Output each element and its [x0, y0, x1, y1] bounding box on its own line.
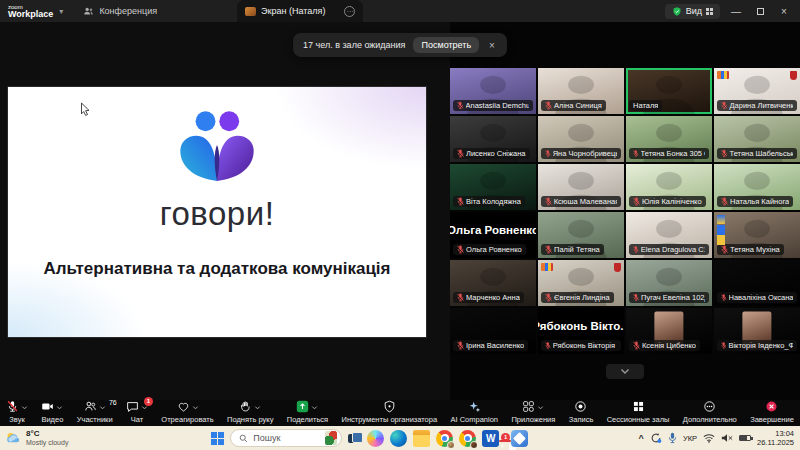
- participant-tile[interactable]: Тетяна Мухіна: [714, 212, 800, 258]
- participant-name-label: Ксенія Цибенко: [629, 340, 700, 351]
- waiting-room-notification: 17 чел. в зале ожидания Посмотреть ×: [293, 33, 507, 57]
- muted-mic-icon: [721, 341, 726, 350]
- toolbar-host-tools-button[interactable]: Инструменты организатора: [342, 401, 438, 424]
- toolbar-audio-button[interactable]: Звук: [6, 401, 28, 424]
- toolbar-share-button[interactable]: Поделиться: [287, 401, 328, 424]
- toolbar-breakout-button[interactable]: Сессионные залы: [607, 401, 670, 424]
- muted-mic-icon: [721, 101, 727, 110]
- search-icon: [239, 434, 248, 443]
- breakout-icon: [632, 399, 645, 417]
- chevron-up-icon[interactable]: [537, 404, 544, 411]
- toolbar-record-button[interactable]: Запись: [569, 401, 594, 424]
- participant-name-label: Євгенія Линдіна: [541, 292, 614, 303]
- participant-tile[interactable]: Наталя: [626, 68, 712, 114]
- participant-name-label: Яна Чорнобривець 3...: [541, 148, 621, 159]
- wifi-icon[interactable]: [703, 433, 715, 443]
- participant-tile[interactable]: Віта Колодяжна: [450, 164, 536, 210]
- chevron-up-icon[interactable]: [192, 404, 199, 411]
- notification-close-icon[interactable]: ×: [487, 40, 497, 51]
- zoom-app-active[interactable]: 1: [503, 436, 507, 440]
- participant-tile[interactable]: Пугач Евеліна 102ДО: [626, 260, 712, 306]
- participant-name-label: Дарина Литвиченко: [717, 100, 797, 111]
- battery-icon[interactable]: [739, 435, 751, 441]
- chevron-up-icon[interactable]: [21, 404, 28, 411]
- hidden-icons-chevron[interactable]: ^: [639, 433, 644, 443]
- chevron-up-icon[interactable]: [311, 404, 318, 411]
- participant-tile[interactable]: Ксенія Цибенко: [626, 308, 712, 354]
- speaker-muted-icon[interactable]: [721, 433, 733, 443]
- participant-tile[interactable]: Марченко Анна: [450, 260, 536, 306]
- toolbar-participants-button[interactable]: 76Участники: [77, 401, 113, 424]
- participant-name: Віта Колодяжна: [466, 197, 521, 206]
- toolbar-video-button[interactable]: Видео: [41, 401, 63, 424]
- participant-tile[interactable]: Anastasiia Demchuk: [450, 68, 536, 114]
- participant-tile[interactable]: Вікторія Іяденко_ФПП...: [714, 308, 800, 354]
- minimize-button[interactable]: —: [728, 6, 744, 17]
- tab-options-icon[interactable]: ⋯: [344, 6, 355, 17]
- zoom-workplace-logo: zoom Workplace: [0, 4, 57, 19]
- muted-mic-icon: [633, 149, 639, 158]
- participant-tile[interactable]: Тетяна Шабельська: [714, 116, 800, 162]
- participant-tile[interactable]: Ксюша Малеваная: [538, 164, 624, 210]
- maximize-button[interactable]: [752, 6, 768, 17]
- workspace-chevron-icon[interactable]: ▾: [59, 7, 63, 16]
- system-tray: ^ УКР 13:04 26.11.2025: [639, 429, 794, 448]
- participant-name-label: Тетяна Бонка 305 СО...: [629, 148, 709, 159]
- sync-icon[interactable]: [650, 432, 662, 444]
- participant-tile[interactable]: Євгенія Линдіна: [538, 260, 624, 306]
- participant-tile[interactable]: Рябоконь Вікто...Рябоконь Вікторія 10...: [538, 308, 624, 354]
- participant-tile[interactable]: Палій Тетяна: [538, 212, 624, 258]
- participant-name-label: Наталья Кайнога: [717, 196, 793, 207]
- toolbar-apps-button[interactable]: Приложения: [511, 401, 555, 424]
- taskbar-weather-widget[interactable]: 8°C Mostly cloudy: [6, 430, 156, 446]
- participant-tile[interactable]: Юлія Калініченко: [626, 164, 712, 210]
- participant-tile[interactable]: Тетяна Бонка 305 СО...: [626, 116, 712, 162]
- taskbar-search[interactable]: Пошук: [230, 429, 342, 447]
- participant-tile[interactable]: Ольга РовненкоОльга Ровненко: [450, 212, 536, 258]
- tab-screen-share[interactable]: Экран (Наталя) ⋯: [237, 0, 363, 22]
- toolbar-raise-hand-button[interactable]: Поднять руку: [227, 401, 273, 424]
- govory-logo-icon: [171, 109, 263, 187]
- participant-tile[interactable]: Ірина Василенко: [450, 308, 536, 354]
- task-view-button[interactable]: [348, 432, 361, 445]
- language-indicator[interactable]: УКР: [683, 434, 697, 443]
- view-waiting-room-button[interactable]: Посмотреть: [413, 37, 479, 53]
- word-app-icon[interactable]: W: [482, 430, 499, 447]
- toolbar-ai-companion-button[interactable]: AI Companion: [451, 401, 499, 424]
- shared-screen-slide: говори! Альтернативна та додаткова комун…: [8, 87, 426, 337]
- toolbar-chat-button[interactable]: 1Чат: [126, 401, 148, 424]
- participant-tile[interactable]: Яна Чорнобривець 3...: [538, 116, 624, 162]
- tab-conference[interactable]: Конференция: [73, 0, 167, 22]
- participant-tile[interactable]: Дарина Литвиченко: [714, 68, 800, 114]
- participant-name: Марченко Анна: [466, 293, 520, 302]
- view-button[interactable]: Вид: [665, 4, 720, 19]
- participant-tile[interactable]: Аліна Синиця: [538, 68, 624, 114]
- tile-emblem-icon: [541, 263, 553, 271]
- chevron-up-icon[interactable]: [56, 404, 63, 411]
- participant-tile[interactable]: Лисенко Сніжана: [450, 116, 536, 162]
- participant-tile[interactable]: Elena Dragulova С10...: [626, 212, 712, 258]
- close-button[interactable]: ×: [776, 6, 792, 17]
- search-placeholder: Пошук: [253, 433, 320, 443]
- edge-app-icon[interactable]: [390, 430, 407, 447]
- toolbar-react-button[interactable]: Отреагировать: [161, 401, 213, 424]
- photos-app-icon[interactable]: [511, 430, 528, 447]
- chrome-app-icon-2[interactable]: [459, 430, 476, 447]
- start-button[interactable]: [211, 432, 224, 445]
- tray-mic-icon[interactable]: [668, 432, 677, 444]
- participant-tile[interactable]: Наталья Кайнога: [714, 164, 800, 210]
- chrome-app-icon[interactable]: [436, 430, 453, 447]
- copilot-app-icon[interactable]: [367, 430, 384, 447]
- chevron-up-icon[interactable]: [254, 404, 261, 411]
- participant-name-label: Аліна Синиця: [541, 100, 606, 111]
- participant-name: Ірина Василенко: [466, 341, 524, 350]
- participant-name: Ольга Ровненко: [466, 245, 522, 254]
- toolbar-more-button[interactable]: Дополнительно: [683, 401, 737, 424]
- chevron-up-icon[interactable]: [99, 404, 106, 411]
- file-explorer-app-icon[interactable]: [413, 430, 430, 447]
- muted-mic-icon: [457, 245, 464, 254]
- participant-tile[interactable]: Наваліхіна Оксана 30...: [714, 260, 800, 306]
- gallery-scroll-down-button[interactable]: [606, 364, 644, 379]
- tray-clock[interactable]: 13:04 26.11.2025: [757, 429, 794, 448]
- toolbar-end-button[interactable]: Завершение: [750, 401, 794, 424]
